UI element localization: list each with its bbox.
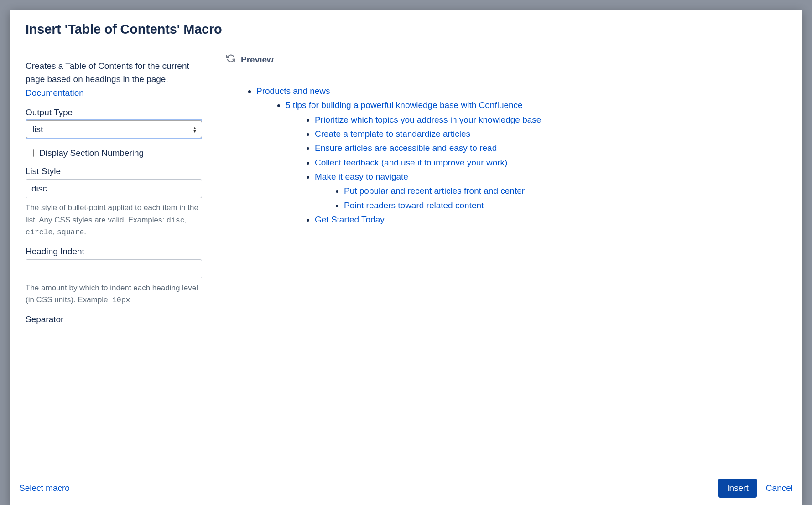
toc-link[interactable]: Create a template to standardize article… — [315, 129, 470, 139]
footer-right: Insert Cancel — [718, 479, 793, 498]
macro-description: Creates a Table of Contents for the curr… — [26, 59, 202, 99]
toc-link[interactable]: 5 tips for building a powerful knowledge… — [286, 100, 523, 110]
toc-item: Make it easy to navigate Put popular and… — [315, 170, 793, 212]
settings-panel: Creates a Table of Contents for the curr… — [10, 47, 218, 471]
toc-item: Point readers toward related content — [344, 198, 793, 212]
toc-item: Prioritize which topics you address in y… — [315, 113, 793, 127]
list-style-help: The style of bullet-point applied to eac… — [26, 202, 202, 238]
heading-indent-input[interactable] — [26, 259, 202, 278]
cancel-button[interactable]: Cancel — [766, 483, 793, 493]
toc-link[interactable]: Products and news — [256, 86, 330, 96]
dialog-footer: Select macro Insert Cancel — [10, 471, 802, 505]
output-type-select[interactable]: list — [26, 121, 202, 138]
heading-indent-label: Heading Indent — [26, 247, 202, 257]
preview-title: Preview — [241, 55, 274, 65]
toc-item: Create a template to standardize article… — [315, 127, 793, 141]
toc-item: Put popular and recent articles front an… — [344, 184, 793, 198]
documentation-link[interactable]: Documentation — [26, 88, 84, 98]
toc-link[interactable]: Prioritize which topics you address in y… — [315, 115, 541, 124]
toc-item: 5 tips for building a powerful knowledge… — [286, 98, 793, 227]
section-numbering-label: Display Section Numbering — [39, 148, 144, 158]
footer-left: Select macro — [19, 483, 70, 493]
separator-label: Separator — [26, 314, 202, 325]
macro-dialog: Insert 'Table of Contents' Macro Creates… — [10, 10, 802, 505]
insert-button[interactable]: Insert — [718, 479, 757, 498]
preview-header: Preview — [218, 47, 802, 72]
toc-item: Get Started Today — [315, 212, 793, 227]
list-style-label: List Style — [26, 166, 202, 176]
toc-link[interactable]: Ensure articles are accessible and easy … — [315, 143, 497, 153]
toc-link[interactable]: Make it easy to navigate — [315, 172, 408, 181]
dialog-title: Insert 'Table of Contents' Macro — [26, 22, 786, 37]
toc-item: Products and news 5 tips for building a … — [256, 84, 793, 227]
preview-panel: Preview Products and news 5 tips for bui… — [218, 47, 802, 471]
select-macro-link[interactable]: Select macro — [19, 483, 70, 493]
toc-link[interactable]: Point readers toward related content — [344, 201, 484, 210]
dialog-header: Insert 'Table of Contents' Macro — [10, 10, 802, 47]
refresh-icon — [226, 54, 235, 65]
preview-body: Products and news 5 tips for building a … — [218, 72, 802, 471]
dialog-body: Creates a Table of Contents for the curr… — [10, 47, 802, 471]
toc-item: Collect feedback (and use it to improve … — [315, 155, 793, 170]
toc-item: Ensure articles are accessible and easy … — [315, 141, 793, 155]
toc-link[interactable]: Get Started Today — [315, 215, 385, 224]
output-type-field: Output Type list ▲▼ — [26, 108, 202, 138]
description-text: Creates a Table of Contents for the curr… — [26, 61, 189, 84]
output-type-select-wrap: list ▲▼ — [26, 120, 202, 138]
section-numbering-checkbox[interactable] — [26, 149, 34, 157]
heading-indent-field: Heading Indent The amount by which to in… — [26, 247, 202, 306]
toc-link[interactable]: Collect feedback (and use it to improve … — [315, 158, 507, 167]
toc-link[interactable]: Put popular and recent articles front an… — [344, 186, 525, 196]
output-type-label: Output Type — [26, 108, 202, 118]
heading-indent-help: The amount by which to indent each headi… — [26, 282, 202, 306]
section-numbering-field: Display Section Numbering — [26, 148, 202, 158]
list-style-field: List Style The style of bullet-point app… — [26, 166, 202, 238]
list-style-input[interactable] — [26, 179, 202, 198]
separator-field: Separator — [26, 314, 202, 325]
